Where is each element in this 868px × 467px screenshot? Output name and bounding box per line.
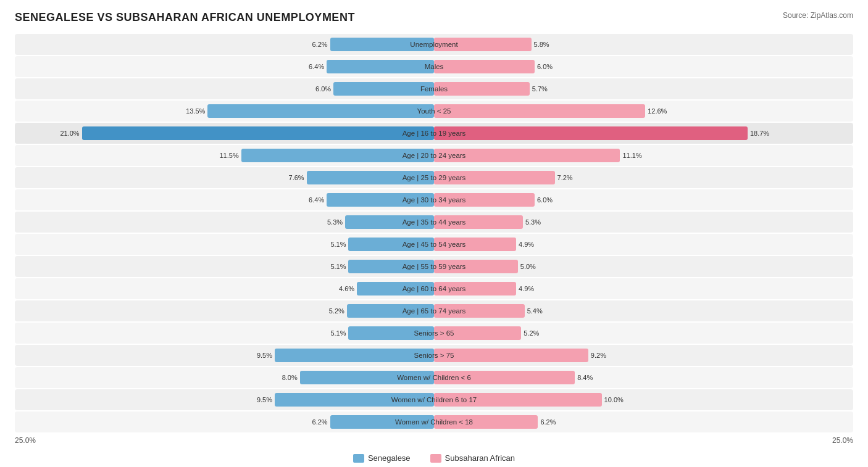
bar-row: Age | 16 to 19 years21.0%18.7% [15, 123, 853, 144]
bar-row: Unemployment6.2%5.8% [15, 34, 853, 55]
bar-row: Age | 25 to 29 years7.6%7.2% [15, 167, 853, 188]
bar-right-value: 5.2% [524, 329, 539, 337]
bar-category-label: Age | 55 to 59 years [403, 263, 466, 270]
chart-title: SENEGALESE VS SUBSAHARAN AFRICAN UNEMPLO… [15, 11, 355, 24]
bar-row: Age | 30 to 34 years6.4%6.0% [15, 189, 853, 210]
bar-left-value: 5.1% [330, 263, 346, 270]
bar-category-label: Age | 20 to 24 years [403, 152, 466, 159]
bar-row: Females6.0%5.7% [15, 78, 853, 99]
bar-right-value: 6.2% [540, 418, 556, 426]
bar-row: Age | 20 to 24 years11.5%11.1% [15, 145, 853, 166]
bar-right-value: 9.2% [591, 352, 606, 359]
legend: Senegalese Subsaharan African [15, 453, 853, 463]
bar-left-value: 8.0% [282, 374, 298, 381]
senegalese-bar [82, 126, 434, 140]
bar-row: Women w/ Children < 186.2%6.2% [15, 411, 853, 432]
bar-left-value: 4.6% [339, 285, 354, 292]
senegalese-bar [207, 104, 434, 118]
bar-row: Women w/ Children 6 to 179.5%10.0% [15, 389, 853, 410]
bar-right-value: 5.3% [525, 218, 541, 226]
subsaharan-bar [434, 60, 535, 73]
subsaharan-bar [434, 126, 748, 140]
bar-left-value: 11.5% [219, 152, 238, 159]
bar-right-value: 11.1% [622, 152, 641, 159]
bar-category-label: Males [425, 63, 444, 70]
axis-right-label: 25.0% [832, 436, 853, 445]
axis-left-label: 25.0% [15, 436, 36, 445]
subsaharan-bar [434, 82, 530, 96]
bar-left-value: 5.2% [329, 307, 344, 315]
bar-category-label: Age | 16 to 19 years [403, 130, 466, 137]
bar-row: Age | 65 to 74 years5.2%5.4% [15, 300, 853, 321]
bar-right-value: 5.0% [520, 263, 536, 270]
chart-area: Unemployment6.2%5.8%Males6.4%6.0%Females… [15, 34, 853, 432]
bar-row: Age | 55 to 59 years5.1%5.0% [15, 256, 853, 277]
bar-right-value: 6.0% [537, 196, 553, 204]
senegalese-bar [327, 60, 434, 73]
bar-category-label: Age | 60 to 64 years [403, 285, 466, 292]
subsaharan-swatch [430, 454, 441, 463]
legend-senegalese: Senegalese [353, 453, 411, 463]
bar-right-value: 18.7% [750, 130, 769, 137]
bar-category-label: Women w/ Children < 18 [395, 418, 473, 426]
bar-left-value: 6.0% [315, 85, 331, 93]
bar-category-label: Age | 45 to 54 years [403, 241, 466, 248]
bar-row: Seniors > 655.1%5.2% [15, 323, 853, 344]
bar-category-label: Age | 65 to 74 years [403, 307, 466, 315]
bar-right-value: 5.4% [527, 307, 543, 315]
bar-left-value: 7.6% [289, 174, 304, 181]
bar-category-label: Females [420, 85, 448, 93]
senegalese-bar [275, 349, 434, 362]
bar-left-value: 13.5% [186, 107, 205, 115]
subsaharan-bar [434, 104, 645, 118]
bar-row: Age | 35 to 44 years5.3%5.3% [15, 212, 853, 233]
chart-container: SENEGALESE VS SUBSAHARAN AFRICAN UNEMPLO… [0, 0, 868, 467]
bar-category-label: Women w/ Children 6 to 17 [391, 396, 477, 403]
bar-right-value: 7.2% [557, 174, 573, 181]
bar-right-value: 4.9% [519, 241, 534, 248]
bar-left-value: 9.5% [257, 396, 272, 403]
bar-left-value: 6.4% [309, 63, 324, 70]
bar-left-value: 5.3% [327, 218, 343, 226]
senegalese-bar [333, 82, 434, 96]
bar-left-value: 6.4% [309, 196, 324, 204]
bar-right-value: 6.0% [537, 63, 553, 70]
bar-left-value: 6.2% [312, 41, 328, 48]
bar-left-value: 21.0% [60, 130, 79, 137]
bar-row: Age | 60 to 64 years4.6%4.9% [15, 278, 853, 299]
bar-right-value: 8.4% [577, 374, 593, 381]
subsaharan-bar [434, 349, 588, 362]
bar-category-label: Youth < 25 [417, 107, 451, 115]
subsaharan-label: Subsaharan African [445, 453, 515, 463]
bar-left-value: 5.1% [330, 329, 346, 337]
senegalese-label: Senegalese [368, 453, 411, 463]
chart-header: SENEGALESE VS SUBSAHARAN AFRICAN UNEMPLO… [15, 11, 853, 24]
bar-category-label: Seniors > 65 [414, 329, 454, 337]
bar-row: Age | 45 to 54 years5.1%4.9% [15, 234, 853, 255]
bar-row: Women w/ Children < 68.0%8.4% [15, 367, 853, 388]
legend-subsaharan: Subsaharan African [430, 453, 515, 463]
bar-category-label: Women w/ Children < 6 [397, 374, 471, 381]
chart-source: Source: ZipAtlas.com [783, 11, 853, 20]
senegalese-swatch [353, 454, 364, 463]
bar-category-label: Seniors > 75 [414, 352, 454, 359]
bar-right-value: 4.9% [519, 285, 534, 292]
bar-row: Youth < 2513.5%12.6% [15, 101, 853, 122]
bar-right-value: 5.7% [532, 85, 548, 93]
bar-category-label: Age | 30 to 34 years [403, 196, 466, 204]
bar-category-label: Age | 25 to 29 years [403, 174, 466, 181]
bar-category-label: Age | 35 to 44 years [403, 218, 466, 226]
bar-right-value: 10.0% [604, 396, 624, 403]
bar-right-value: 12.6% [648, 107, 667, 115]
bar-left-value: 9.5% [257, 352, 272, 359]
bar-row: Seniors > 759.5%9.2% [15, 345, 853, 366]
bar-left-value: 6.2% [312, 418, 328, 426]
axis-labels: 25.0% 25.0% [15, 436, 853, 445]
bar-right-value: 5.8% [534, 41, 549, 48]
bar-category-label: Unemployment [410, 41, 457, 48]
bar-left-value: 5.1% [330, 241, 346, 248]
bar-row: Males6.4%6.0% [15, 56, 853, 77]
